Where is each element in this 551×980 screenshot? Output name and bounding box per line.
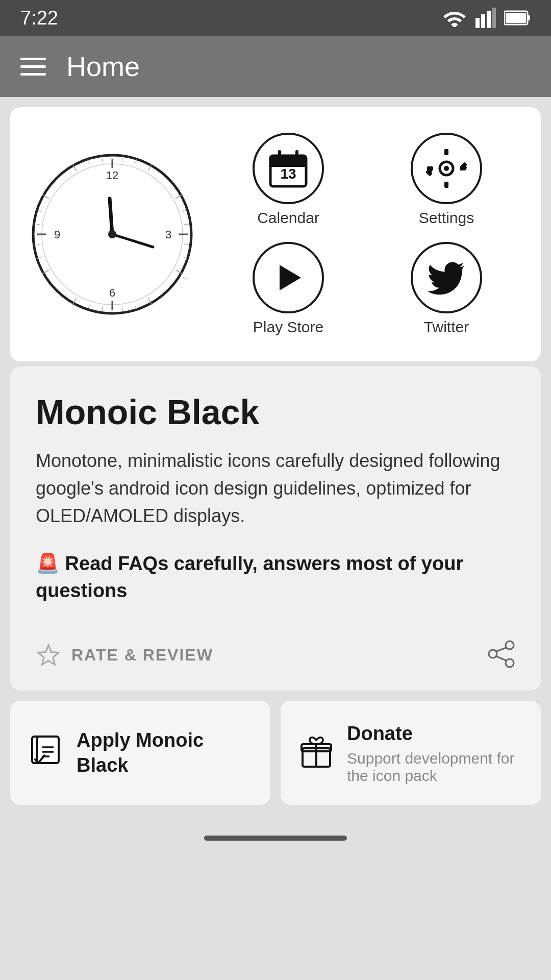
svg-text:9: 9 bbox=[54, 228, 60, 241]
apply-card-text: Apply Monoic Black bbox=[77, 728, 253, 778]
svg-rect-53 bbox=[444, 149, 448, 155]
settings-icon-circle bbox=[411, 133, 482, 204]
battery-icon bbox=[504, 10, 531, 26]
info-actions: RATE & REVIEW bbox=[36, 630, 515, 670]
main-content: 12 3 6 9 bbox=[0, 97, 551, 815]
preview-card: 12 3 6 9 bbox=[10, 107, 541, 361]
share-icon bbox=[487, 640, 515, 668]
gift-icon bbox=[298, 734, 334, 770]
svg-line-67 bbox=[496, 656, 506, 660]
apply-icon bbox=[28, 734, 64, 772]
svg-point-65 bbox=[489, 650, 497, 658]
svg-marker-62 bbox=[38, 645, 59, 665]
play-store-label: Play Store bbox=[253, 318, 323, 336]
svg-rect-6 bbox=[506, 13, 526, 23]
app-description: Monotone, minimalistic icons carefully d… bbox=[36, 447, 515, 530]
svg-point-52 bbox=[444, 166, 449, 171]
top-bar: Home bbox=[0, 36, 551, 97]
settings-icon-item[interactable]: Settings bbox=[372, 133, 520, 227]
calendar-label: Calendar bbox=[257, 209, 319, 227]
app-icons-grid: 13 Calendar bbox=[214, 133, 520, 336]
play-store-icon-circle bbox=[253, 242, 324, 313]
svg-text:13: 13 bbox=[280, 166, 296, 182]
faq-notice: 🚨 Read FAQs carefully, answers most of y… bbox=[36, 550, 515, 604]
svg-line-29 bbox=[183, 277, 187, 279]
donate-card-text: Donate Support development for the icon … bbox=[347, 721, 523, 784]
calendar-icon-circle: 13 bbox=[253, 133, 324, 204]
donate-card-title: Donate bbox=[347, 721, 523, 746]
rate-review-button[interactable]: RATE & REVIEW bbox=[36, 643, 213, 668]
menu-button[interactable] bbox=[20, 58, 46, 76]
apply-monoic-icon bbox=[28, 734, 64, 770]
share-button[interactable] bbox=[487, 640, 515, 670]
svg-point-63 bbox=[506, 641, 514, 649]
apply-card-title: Apply Monoic Black bbox=[77, 728, 253, 778]
calendar-icon-item[interactable]: 13 Calendar bbox=[214, 133, 362, 227]
status-time: 7:22 bbox=[20, 7, 58, 29]
svg-line-66 bbox=[496, 648, 506, 651]
wifi-icon bbox=[442, 9, 467, 27]
svg-rect-1 bbox=[481, 14, 485, 28]
svg-rect-2 bbox=[487, 11, 491, 28]
settings-icon bbox=[423, 145, 469, 191]
status-bar: 7:22 bbox=[0, 0, 551, 36]
twitter-icon bbox=[423, 255, 469, 301]
svg-text:6: 6 bbox=[109, 286, 115, 299]
app-title: Monoic Black bbox=[36, 392, 515, 432]
apply-card[interactable]: Apply Monoic Black bbox=[10, 701, 270, 804]
svg-rect-5 bbox=[528, 15, 530, 20]
settings-label: Settings bbox=[419, 209, 474, 227]
play-store-icon-item[interactable]: Play Store bbox=[214, 242, 362, 336]
clock-widget: 12 3 6 9 bbox=[31, 153, 194, 316]
home-indicator bbox=[0, 825, 551, 856]
svg-text:3: 3 bbox=[165, 228, 171, 241]
svg-line-42 bbox=[110, 199, 112, 234]
svg-point-64 bbox=[506, 659, 514, 667]
rate-review-label: RATE & REVIEW bbox=[71, 646, 213, 665]
twitter-label: Twitter bbox=[424, 318, 469, 336]
bottom-cards: Apply Monoic Black Donate Support develo… bbox=[10, 701, 541, 804]
status-icons bbox=[442, 8, 531, 28]
svg-text:12: 12 bbox=[106, 169, 118, 182]
star-icon bbox=[36, 643, 61, 668]
svg-point-44 bbox=[108, 230, 116, 238]
svg-rect-0 bbox=[475, 18, 480, 28]
page-title: Home bbox=[66, 51, 140, 82]
svg-rect-54 bbox=[444, 182, 448, 188]
signal-icon bbox=[475, 8, 496, 28]
calendar-icon: 13 bbox=[265, 145, 311, 191]
svg-rect-3 bbox=[492, 8, 496, 28]
donate-icon bbox=[298, 734, 334, 772]
svg-marker-61 bbox=[280, 265, 301, 290]
twitter-icon-circle bbox=[411, 242, 482, 313]
info-card: Monoic Black Monotone, minimalistic icon… bbox=[10, 366, 541, 691]
donate-card[interactable]: Donate Support development for the icon … bbox=[281, 701, 541, 804]
home-indicator-bar bbox=[204, 836, 347, 841]
donate-card-subtitle: Support development for the icon pack bbox=[347, 750, 523, 785]
play-store-icon bbox=[265, 255, 311, 301]
twitter-icon-item[interactable]: Twitter bbox=[372, 242, 520, 336]
